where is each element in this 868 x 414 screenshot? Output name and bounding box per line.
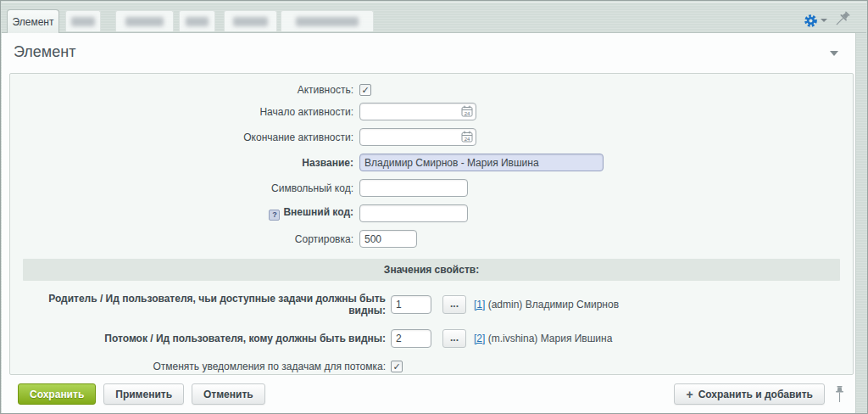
censored-text: [186, 17, 209, 26]
property-row-child: Потомок / Ид пользователя, кому должны б…: [23, 329, 840, 348]
calendar-icon[interactable]: 24: [461, 131, 473, 143]
child-user-name: (m.ivshina) Мария Ившина: [488, 333, 613, 344]
pin-icon: [835, 384, 844, 405]
censored-text: [233, 17, 268, 26]
tab-element[interactable]: Элемент: [7, 9, 59, 33]
tab-bar: Элемент: [2, 2, 866, 33]
properties-section-header: Значения свойств:: [23, 259, 840, 281]
svg-text:24: 24: [465, 137, 470, 142]
form-footer: Сохранить Применить Отменить + Сохранить…: [18, 383, 844, 405]
field-row-active-to: Окончание активности: 24: [23, 128, 840, 146]
tab-censored[interactable]: [224, 10, 277, 31]
activity-checkbox[interactable]: ✓: [359, 84, 371, 96]
property-row-cancel-notifications: Отменять уведомления по задачам для пото…: [23, 361, 840, 372]
apply-button[interactable]: Применить: [103, 383, 184, 405]
content-panel: Элемент Активность: ✓ Начало активности:: [2, 33, 856, 414]
date-field: 24: [359, 103, 476, 120]
field-row-external-code: ?Внешний код:: [23, 204, 840, 222]
code-label: Символьный код:: [23, 182, 353, 194]
tab-censored[interactable]: [65, 10, 101, 31]
collapse-form-button chevron-down-icon[interactable]: [830, 51, 838, 56]
pin-footer-button[interactable]: [835, 384, 844, 405]
child-user-link[interactable]: [2]: [474, 333, 485, 344]
check-icon: ✓: [361, 86, 369, 95]
code-input[interactable]: [359, 179, 468, 197]
parent-user-name: (admin) Владимир Смирнов: [488, 299, 619, 310]
activity-label: Активность:: [23, 84, 353, 96]
child-browse-button[interactable]: ...: [442, 329, 466, 348]
external-code-input[interactable]: [359, 204, 468, 222]
pin-icon: [832, 9, 851, 29]
parent-user-link[interactable]: [1]: [474, 299, 485, 310]
page-title: Элемент: [14, 43, 843, 61]
external-code-label-text: Внешний код:: [283, 206, 353, 218]
active-from-input[interactable]: [359, 103, 476, 120]
chevron-down-icon: [821, 19, 827, 22]
field-row-name: Название:: [23, 154, 840, 171]
name-label: Название:: [23, 157, 353, 169]
child-user-info: [2] (m.ivshina) Мария Ившина: [474, 333, 612, 344]
page-header: Элемент: [2, 33, 855, 72]
parent-id-input[interactable]: [391, 295, 431, 314]
property-row-parent: Родитель / Ид пользователя, чьи доступны…: [23, 293, 840, 316]
pin-button[interactable]: [830, 9, 851, 31]
cancel-notifications-checkbox[interactable]: ✓: [391, 361, 403, 372]
admin-window: Элемент: [0, 0, 868, 414]
plus-icon: +: [686, 389, 693, 400]
parent-user-info: [1] (admin) Владимир Смирнов: [474, 299, 619, 310]
calendar-icon[interactable]: 24: [461, 105, 473, 117]
name-input[interactable]: [359, 154, 604, 171]
save-button[interactable]: Сохранить: [18, 383, 96, 405]
tab-censored[interactable]: [281, 10, 374, 31]
censored-text: [71, 17, 94, 26]
external-code-label: ?Внешний код:: [23, 206, 353, 221]
child-id-input[interactable]: [391, 329, 431, 348]
field-row-activity: Активность: ✓: [23, 84, 840, 96]
parent-label: Родитель / Ид пользователя, чьи доступны…: [23, 293, 386, 316]
svg-text:24: 24: [465, 111, 470, 116]
help-icon[interactable]: ?: [269, 210, 280, 221]
cancel-button[interactable]: Отменить: [192, 383, 265, 405]
censored-text: [296, 17, 358, 26]
settings-button[interactable]: [804, 14, 827, 28]
sort-input[interactable]: [359, 230, 417, 248]
active-to-input[interactable]: [359, 128, 476, 146]
tab-bar-actions: [804, 10, 846, 31]
tab-censored[interactable]: [115, 10, 174, 31]
date-field: 24: [359, 128, 476, 146]
cancel-notifications-label: Отменять уведомления по задачам для пото…: [23, 361, 386, 372]
save-and-add-button[interactable]: + Сохранить и добавить: [674, 383, 825, 405]
censored-text: [125, 17, 164, 26]
check-icon: ✓: [392, 362, 400, 372]
field-row-active-from: Начало активности: 24: [23, 103, 840, 120]
tab-element-label: Элемент: [13, 16, 54, 28]
child-label: Потомок / Ид пользователя, кому должны б…: [23, 333, 386, 344]
element-form: Активность: ✓ Начало активности:: [9, 73, 854, 375]
gear-icon: [804, 14, 818, 28]
save-and-add-label: Сохранить и добавить: [698, 389, 813, 400]
tab-censored[interactable]: [179, 10, 215, 31]
sort-label: Сортировка:: [23, 233, 353, 245]
field-row-sort: Сортировка:: [23, 230, 840, 248]
active-to-label: Окончание активности:: [23, 131, 353, 143]
parent-browse-button[interactable]: ...: [442, 295, 466, 314]
field-row-code: Символьный код:: [23, 179, 840, 197]
active-from-label: Начало активности:: [23, 106, 353, 118]
